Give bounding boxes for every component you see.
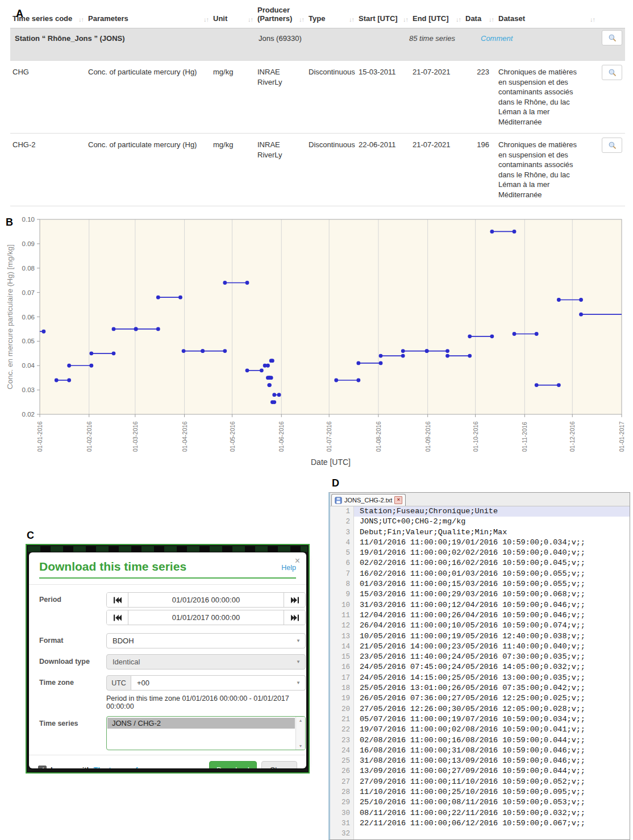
sort-icon: ↓↑ xyxy=(590,16,595,23)
close-button[interactable]: Close xyxy=(261,761,297,768)
agree-checkbox[interactable]: ✓ xyxy=(38,766,47,768)
sort-icon: ↓↑ xyxy=(248,16,253,23)
data-point xyxy=(535,383,539,387)
x-tick-label: 01-06-2016 xyxy=(278,421,285,452)
col-parameters[interactable]: Parameters↓↑ xyxy=(86,3,211,28)
col-data[interactable]: Data↓↑ xyxy=(463,3,496,28)
code-line: 16/02/2016 11:00:00;01/03/2016 10:59:00;… xyxy=(360,569,630,579)
tab-close-icon[interactable]: × xyxy=(394,496,402,504)
terms-of-use-link[interactable]: The terms of uses xyxy=(94,766,157,768)
col-dataset[interactable]: Dataset↓↑ xyxy=(496,3,597,28)
col-unit[interactable]: Unit↓↑ xyxy=(211,3,255,28)
chevron-down-icon: ▼ xyxy=(296,680,301,685)
data-point xyxy=(579,313,583,317)
station-title: Station “ Rhône_Jons ” (JONS) xyxy=(15,34,125,44)
col-label: Dataset xyxy=(498,14,525,23)
data-point xyxy=(277,393,281,397)
scroll-up-icon[interactable]: ▲ xyxy=(299,718,303,722)
line-number: 28 xyxy=(330,787,350,797)
editor-tab[interactable]: JONS_CHG-2.txt × xyxy=(331,494,406,506)
x-tick-label: 01-12-2016 xyxy=(569,421,576,452)
scroll-down-icon[interactable]: ▼ xyxy=(299,744,303,748)
line-number: 14 xyxy=(330,642,350,652)
line-number: 13 xyxy=(330,631,350,642)
close-icon[interactable]: × xyxy=(295,556,300,565)
code-line: 11/10/2016 11:00:00;25/10/2016 10:59:00;… xyxy=(360,787,630,797)
code-line: 08/11/2016 11:00:00;22/11/2016 10:59:00;… xyxy=(360,808,630,818)
line-number: 6 xyxy=(330,558,350,568)
cell-code: CHG-2 xyxy=(10,134,86,206)
cell-end: 21-07-2021 xyxy=(410,61,463,134)
col-start-utc[interactable]: Start [UTC]↓↑ xyxy=(356,3,410,28)
agree-text: I agree with xyxy=(51,766,91,768)
sort-icon: ↓↑ xyxy=(78,16,84,23)
col-type[interactable]: Type↓↑ xyxy=(306,3,356,28)
download-type-select[interactable]: Identical ▼ xyxy=(106,654,306,669)
time-series-option-selected[interactable]: JONS / CHG-2 xyxy=(107,718,295,729)
data-point xyxy=(445,354,449,358)
text-editor-window: JONS_CHG-2.txt × 12345678910111213141516… xyxy=(328,492,630,840)
download-modal: Download this time series Help × Period … xyxy=(29,552,306,768)
data-point xyxy=(55,379,59,382)
time-zone-value: +00 xyxy=(137,679,149,687)
data-point xyxy=(272,393,276,397)
col-label: Unit xyxy=(213,14,227,23)
station-series-count: 85 time series xyxy=(409,34,455,44)
skip-to-end-button[interactable] xyxy=(284,610,305,625)
chevron-down-icon: ▼ xyxy=(296,638,301,643)
cell-start: 22-06-2011 xyxy=(356,134,410,206)
file-saved-icon xyxy=(335,497,342,504)
col-label: Start [UTC] xyxy=(359,14,398,23)
format-select[interactable]: BDOH ▼ xyxy=(106,633,306,648)
data-point xyxy=(223,349,227,353)
period-start-input[interactable]: 01/01/2016 00:00:00 xyxy=(128,593,284,607)
data-point xyxy=(379,361,383,365)
line-number: 18 xyxy=(330,683,350,693)
row-magnifier-button[interactable] xyxy=(602,65,622,80)
format-value: BDOH xyxy=(113,637,134,645)
code-line: 19/07/2016 11:00:00;02/08/2016 10:59:00;… xyxy=(360,725,630,735)
cell-producer: INRAE RiverLy xyxy=(255,61,306,134)
skip-to-start-button[interactable] xyxy=(107,610,128,625)
listbox-scrollbar[interactable]: ▲ ▼ xyxy=(295,717,305,750)
download-button[interactable]: Download xyxy=(209,761,257,768)
cell-code: CHG xyxy=(10,61,86,134)
y-tick-label: 0.02 xyxy=(22,411,35,418)
modal-header: Download this time series Help × xyxy=(29,552,306,585)
data-point xyxy=(490,334,494,338)
skip-to-end-icon xyxy=(291,597,299,604)
time-series-table: Time series code↓↑ Parameters↓↑ Unit↓↑ P… xyxy=(10,3,625,206)
col-end-utc[interactable]: End [UTC]↓↑ xyxy=(410,3,463,28)
line-number-gutter: 1234567891011121314151617181920212223242… xyxy=(330,506,354,839)
data-point xyxy=(379,354,383,358)
data-point xyxy=(513,230,517,234)
line-number: 7 xyxy=(330,569,350,579)
help-link[interactable]: Help xyxy=(281,564,296,572)
magnifier-icon xyxy=(608,34,617,42)
obscured-background-top xyxy=(28,546,307,552)
station-producer: Jons (69330) xyxy=(259,34,302,44)
line-number: 29 xyxy=(330,797,350,808)
station-magnifier-button[interactable] xyxy=(602,30,622,45)
data-point xyxy=(272,400,276,404)
time-zone-select[interactable]: +00 ▼ xyxy=(131,675,306,691)
code-line: 02/02/2016 11:00:00;16/02/2016 10:59:00;… xyxy=(360,558,630,568)
row-magnifier-button[interactable] xyxy=(602,138,622,153)
data-point xyxy=(356,379,360,382)
cell-parameters: Conc. of particulate mercury (Hg) xyxy=(86,61,211,134)
skip-to-start-button[interactable] xyxy=(107,593,128,607)
skip-to-end-button[interactable] xyxy=(284,593,305,607)
y-tick-label: 0.06 xyxy=(22,314,35,321)
col-producer[interactable]: Producer(Partners)↓↑ xyxy=(255,3,306,28)
data-point xyxy=(579,298,583,302)
code-line: 19/01/2016 11:00:00;02/02/2016 10:59:00;… xyxy=(360,548,630,558)
cell-type: Discontinuous xyxy=(306,134,356,206)
col-label: Data xyxy=(465,14,481,23)
y-tick-label: 0.08 xyxy=(22,265,35,272)
editor-area[interactable]: 1234567891011121314151617181920212223242… xyxy=(330,506,630,839)
cell-actions xyxy=(597,61,625,134)
station-comment-link[interactable]: Comment xyxy=(481,34,513,44)
line-number: 24 xyxy=(330,746,350,756)
period-end-input[interactable]: 01/01/2017 00:00:00 xyxy=(128,610,284,625)
data-point xyxy=(468,334,472,338)
